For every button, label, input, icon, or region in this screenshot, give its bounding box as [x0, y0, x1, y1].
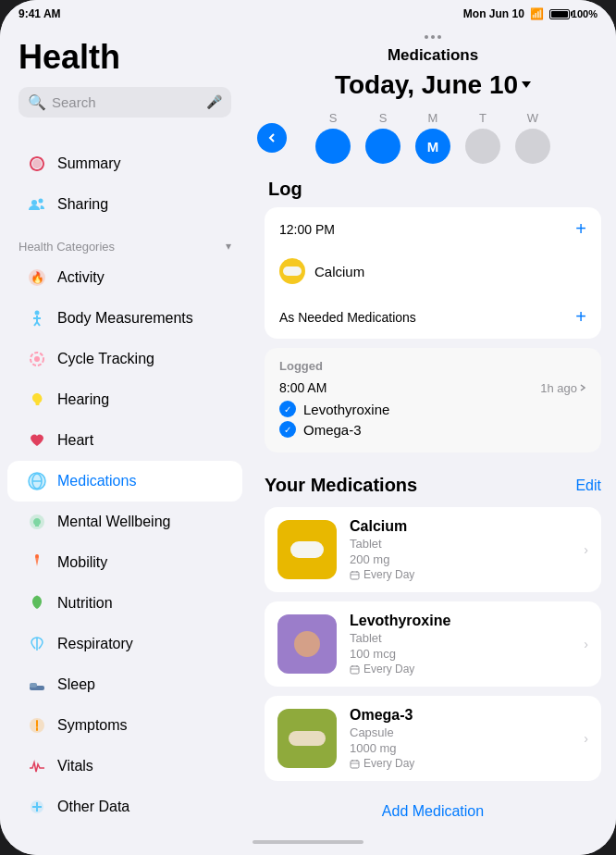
mobility-icon [26, 551, 48, 574]
sidebar-item-mobility[interactable]: Mobility [7, 542, 242, 583]
dots-menu[interactable] [268, 35, 598, 39]
med-card-omega3[interactable]: Omega-3 Capsule 1000 mg Every Day › [265, 696, 601, 781]
vitals-label: Vitals [57, 758, 93, 774]
logged-item-omega3: ✓ Omega-3 [279, 421, 586, 438]
calcium-icon [279, 258, 305, 284]
sidebar-item-sleep[interactable]: Sleep [7, 664, 242, 705]
logged-time: 8:00 AM [279, 380, 326, 395]
categories-chevron[interactable]: ▾ [226, 240, 231, 253]
log-med-name: Calcium [314, 264, 364, 279]
sidebar-item-summary[interactable]: Summary [7, 143, 242, 184]
sleep-label: Sleep [57, 676, 95, 693]
levothyroxine-thumb [277, 614, 337, 674]
sidebar-item-medications[interactable]: Medications [7, 461, 242, 502]
sidebar-item-vitals[interactable]: Vitals [7, 746, 242, 787]
cal-day-label: S [329, 111, 338, 125]
heart-icon [26, 429, 48, 452]
medications-label: Medications [57, 473, 136, 489]
cal-circle [515, 129, 550, 164]
omega3-dose: 1000 mg [350, 741, 571, 755]
nutrition-label: Nutrition [57, 595, 113, 612]
edit-button[interactable]: Edit [575, 477, 601, 494]
logged-ago-text: 1h ago [540, 381, 577, 395]
sidebar-item-body[interactable]: Body Measurements [7, 298, 242, 339]
logged-time-row: 8:00 AM 1h ago [279, 380, 586, 395]
otherdata-label: Other Data [57, 799, 129, 815]
search-bar[interactable]: 🔍 Search 🎤 [18, 87, 231, 118]
cal-day-w[interactable]: W [515, 111, 550, 164]
sidebar-item-heart[interactable]: Heart [7, 420, 242, 461]
calendar-strip: S S M M T [250, 104, 616, 179]
check-icon: ✓ [279, 401, 296, 417]
omega3-thumb [277, 709, 337, 768]
sharing-icon [26, 193, 48, 216]
omega3-chevron: › [584, 731, 588, 746]
date-chevron[interactable] [522, 81, 531, 88]
sidebar-item-activity[interactable]: 🔥 Activity [7, 257, 242, 298]
your-medications-section: Your Medications Edit Calcium Tablet 200… [250, 475, 616, 829]
hearing-icon [26, 389, 48, 411]
svg-point-17 [36, 595, 39, 598]
omega3-info: Omega-3 Capsule 1000 mg Every Day [350, 707, 571, 770]
sidebar-item-symptoms[interactable]: Symptoms [7, 705, 242, 746]
logged-med-2: Omega-3 [303, 422, 362, 438]
sidebar-item-hearing[interactable]: Hearing [7, 379, 242, 420]
log-med-entry: Calcium [265, 251, 601, 295]
home-bar [253, 840, 363, 844]
svg-point-16 [35, 554, 39, 558]
svg-point-0 [31, 200, 37, 205]
cal-day-s1[interactable]: S [315, 111, 351, 164]
activity-label: Activity [57, 269, 105, 286]
device-frame: 9:41 AM Mon Jun 10 📶 100% Health 🔍 Searc… [0, 0, 616, 855]
add-medication-button[interactable]: Add Medication [265, 790, 601, 829]
panel-title: Medications [268, 46, 598, 65]
hearing-label: Hearing [57, 391, 109, 408]
sidebar-item-otherdata[interactable]: Other Data [7, 787, 242, 827]
mental-label: Mental Wellbeing [57, 514, 170, 530]
log-title: Log [265, 179, 601, 200]
levothyroxine-info: Levothyroxine Tablet 100 mcg Every Day [350, 613, 571, 675]
calcium-name: Calcium [350, 518, 571, 535]
sidebar-item-sharing[interactable]: Sharing [7, 184, 242, 225]
sharing-label: Sharing [57, 196, 108, 213]
med-card-calcium[interactable]: Calcium Tablet 200 mg Every Day › [265, 507, 601, 592]
sidebar-item-nutrition[interactable]: Nutrition [7, 583, 242, 624]
add-log-button[interactable]: + [575, 218, 586, 240]
add-as-needed-button[interactable]: + [575, 306, 586, 328]
sleep-icon [26, 674, 48, 696]
cycle-icon [26, 348, 48, 370]
omega3-name: Omega-3 [350, 707, 571, 724]
prev-day-button[interactable] [257, 123, 287, 153]
cal-day-s2[interactable]: S [365, 111, 400, 164]
svg-rect-31 [351, 666, 359, 674]
meds-header: Your Medications Edit [265, 475, 601, 496]
omega3-schedule-text: Every Day [363, 757, 414, 770]
sidebar-item-respiratory[interactable]: Respiratory [7, 624, 242, 664]
omega3-schedule: Every Day [350, 757, 571, 770]
check-icon-2: ✓ [279, 421, 296, 438]
calcium-chevron: › [584, 542, 588, 557]
levothyroxine-type: Tablet [350, 631, 571, 645]
status-bar: 9:41 AM Mon Jun 10 📶 100% [0, 0, 616, 24]
respiratory-icon [26, 633, 48, 655]
log-time: 12:00 PM [279, 222, 335, 237]
levo-schedule-text: Every Day [363, 663, 414, 675]
cal-day-label: M [428, 111, 438, 125]
cal-day-t[interactable]: T [465, 111, 500, 164]
cal-circle-today: M [415, 129, 450, 164]
sidebar-item-mental[interactable]: Mental Wellbeing [7, 502, 242, 542]
cycle-label: Cycle Tracking [57, 351, 154, 367]
app-title: Health [18, 39, 231, 76]
calcium-schedule-text: Every Day [363, 568, 414, 581]
cal-day-m[interactable]: M M [415, 111, 450, 164]
levothyroxine-dose: 100 mcg [350, 647, 571, 661]
health-categories-label: Health Categories [18, 240, 115, 254]
heart-label: Heart [57, 432, 93, 449]
sidebar-item-cycle[interactable]: Cycle Tracking [7, 339, 242, 379]
status-day: Mon Jun 10 [463, 7, 524, 20]
svg-rect-19 [30, 683, 37, 688]
mic-icon[interactable]: 🎤 [206, 94, 222, 109]
svg-line-8 [37, 322, 40, 326]
medications-icon [26, 470, 48, 492]
med-card-levothyroxine[interactable]: Levothyroxine Tablet 100 mcg Every Day › [265, 601, 601, 687]
